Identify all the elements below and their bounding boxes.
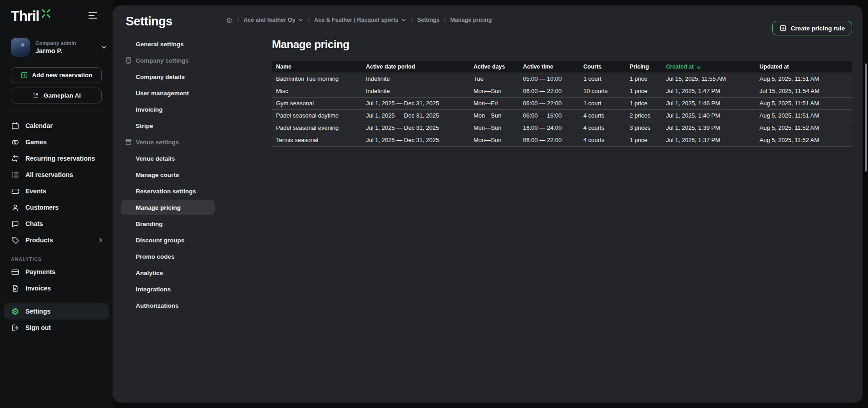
- settings-nav-item-integrations[interactable]: Integrations: [126, 281, 221, 297]
- cell-pricing: 3 prices: [626, 122, 662, 134]
- settings-nav-item-manage-courts[interactable]: Manage courts: [126, 167, 221, 183]
- settings-nav-item-label: Branding: [136, 221, 163, 227]
- sidebar-item-payments[interactable]: Payments: [0, 264, 113, 280]
- sidebar-item-recurring-reservations[interactable]: Recurring reservations: [0, 150, 113, 167]
- settings-nav-item-label: Promo codes: [136, 253, 175, 260]
- breadcrumb-company[interactable]: Ace and feather Oy: [243, 17, 303, 23]
- breadcrumb-manage-pricing[interactable]: Manage pricing: [450, 17, 492, 23]
- cell-time: 06:00 — 22:00: [519, 85, 579, 97]
- settings-nav-item-discount-groups[interactable]: Discount groups: [126, 232, 221, 248]
- settings-nav-item-label: User management: [136, 90, 189, 97]
- cell-period: Jul 1, 2025 — Dec 31, 2025: [362, 134, 469, 146]
- gameplan-ai-button[interactable]: Gameplan AI: [11, 88, 102, 103]
- cell-updated: Aug 5, 2025, 11:51 AM: [755, 97, 852, 109]
- pricing-rule-row[interactable]: Tennis seasonalJul 1, 2025 — Dec 31, 202…: [272, 134, 852, 146]
- pricing-rule-row[interactable]: Padel seasonal eveningJul 1, 2025 — Dec …: [272, 122, 852, 134]
- breadcrumb-venue[interactable]: Ace & Feather | Racquet sports: [314, 17, 407, 23]
- pricing-rule-row[interactable]: MiscIndefiniteMon—Sun06:00 — 22:0010 cou…: [272, 85, 852, 97]
- home-icon[interactable]: [226, 16, 233, 24]
- cell-period: Jul 1, 2025 — Dec 31, 2025: [362, 97, 469, 109]
- pricing-rule-row[interactable]: Gym seasonalJul 1, 2025 — Dec 31, 2025Mo…: [272, 97, 852, 109]
- settings-nav-item-venue-details[interactable]: Venue details: [126, 150, 221, 167]
- cell-courts: 1 court: [579, 73, 626, 85]
- user-role: Company admin: [35, 40, 95, 46]
- cell-name: Gym seasonal: [272, 97, 362, 109]
- pricing-table: Name Active date period Active days Acti…: [272, 61, 852, 147]
- cell-name: Misc: [272, 85, 362, 97]
- pricing-rule-row[interactable]: Badminton Tue morningIndefiniteTue05:00 …: [272, 73, 852, 85]
- ticket-icon: [11, 187, 20, 196]
- sidebar-item-all-reservations[interactable]: All reservations: [0, 167, 113, 183]
- settings-nav-item-company-details[interactable]: Company details: [126, 69, 221, 85]
- create-pricing-rule-button[interactable]: Create pricing rule: [772, 21, 852, 35]
- settings-nav-item-promo-codes[interactable]: Promo codes: [126, 248, 221, 265]
- main-panel: Settings General settingsCompany setting…: [113, 5, 863, 403]
- breadcrumb-settings[interactable]: Settings: [417, 17, 439, 23]
- settings-nav-item-label: General settings: [136, 41, 184, 48]
- col-header-created-at[interactable]: Created at: [662, 61, 755, 73]
- col-header-name[interactable]: Name: [272, 61, 362, 73]
- analytics-section-label: ANALYTICS: [0, 256, 113, 262]
- square-plus-icon: [20, 71, 28, 79]
- person-icon: [11, 203, 20, 212]
- col-header-courts[interactable]: Courts: [579, 61, 626, 73]
- sidebar-item-games[interactable]: Games: [0, 134, 113, 150]
- settings-nav-list: General settingsCompany settingsCompany …: [126, 36, 272, 314]
- sidebar-item-invoices[interactable]: Invoices: [0, 280, 113, 296]
- cell-courts: 4 courts: [579, 122, 626, 134]
- cell-updated: Aug 5, 2025, 11:51 AM: [755, 109, 852, 122]
- cell-days: Tue: [469, 73, 519, 85]
- settings-nav-item-reservation-settings[interactable]: Reservation settings: [126, 183, 221, 199]
- cell-updated: Jul 15, 2025, 11:54 AM: [755, 85, 852, 97]
- venue-icon: [124, 138, 133, 146]
- cell-courts: 1 court: [579, 97, 626, 109]
- settings-nav-item-user-management[interactable]: User management: [126, 85, 221, 101]
- settings-nav-item-label: Discount groups: [136, 237, 184, 244]
- cell-courts: 4 courts: [579, 109, 626, 122]
- settings-nav-item-company-settings: Company settings: [126, 52, 221, 69]
- settings-nav-item-branding[interactable]: Branding: [126, 216, 221, 232]
- sidebar-item-products[interactable]: Products: [0, 232, 113, 248]
- cell-created: Jul 1, 2025, 1:39 PM: [662, 122, 755, 134]
- sidebar-item-events[interactable]: Events: [0, 183, 113, 199]
- rings-icon: [11, 138, 20, 147]
- settings-nav-item-invoicing[interactable]: Invoicing: [126, 101, 221, 118]
- page-title: Manage pricing: [272, 38, 349, 51]
- cell-name: Padel seasonal evening: [272, 122, 362, 134]
- sidebar-item-settings[interactable]: ⚙ Settings: [4, 303, 109, 320]
- settings-nav-item-label: Stripe: [136, 123, 153, 129]
- col-header-pricing[interactable]: Pricing: [626, 61, 662, 73]
- sidebar-item-chats[interactable]: Chats: [0, 216, 113, 232]
- sidebar-item-customers[interactable]: Customers: [0, 199, 113, 216]
- cell-pricing: 1 price: [626, 134, 662, 146]
- settings-nav-item-general-settings[interactable]: General settings: [126, 36, 221, 52]
- cell-created: Jul 1, 2025, 1:47 PM: [662, 85, 755, 97]
- col-header-active-date-period[interactable]: Active date period: [362, 61, 469, 73]
- sidebar-item-sign-out[interactable]: Sign out: [0, 320, 113, 336]
- table-header-row: Name Active date period Active days Acti…: [272, 61, 852, 73]
- scrollbar-thumb[interactable]: [865, 64, 867, 172]
- menu-toggle-icon[interactable]: [89, 12, 97, 20]
- account-switcher[interactable]: Company admin Jarmo P.: [11, 37, 107, 57]
- settings-nav-item-authorizations[interactable]: Authorizations: [126, 297, 221, 314]
- settings-nav-item-label: Integrations: [136, 286, 171, 293]
- settings-nav-item-manage-pricing[interactable]: Manage pricing: [121, 200, 215, 215]
- chevron-down-icon: [401, 18, 406, 23]
- cell-days: Mon—Sun: [469, 109, 519, 122]
- cell-time: 05:00 — 10:00: [519, 73, 579, 85]
- col-header-active-days[interactable]: Active days: [469, 61, 519, 73]
- cell-pricing: 1 price: [626, 73, 662, 85]
- cell-period: Jul 1, 2025 — Dec 31, 2025: [362, 122, 469, 134]
- settings-nav-item-stripe[interactable]: Stripe: [126, 118, 221, 134]
- pricing-rule-row[interactable]: Padel seasonal daytimeJul 1, 2025 — Dec …: [272, 109, 852, 122]
- col-header-updated-at[interactable]: Updated at: [755, 61, 852, 73]
- add-new-reservation-button[interactable]: Add new reservation: [11, 67, 102, 83]
- pricing-table-body: Badminton Tue morningIndefiniteTue05:00 …: [272, 73, 852, 146]
- cell-created: Jul 1, 2025, 1:46 PM: [662, 97, 755, 109]
- cell-period: Indefinite: [362, 85, 469, 97]
- sidebar-item-calendar[interactable]: Calendar: [0, 118, 113, 134]
- settings-nav-item-analytics[interactable]: Analytics: [126, 265, 221, 281]
- settings-nav-item-label: Venue settings: [136, 139, 179, 146]
- col-header-active-time[interactable]: Active time: [519, 61, 579, 73]
- settings-nav-item-venue-settings: Venue settings: [126, 134, 221, 150]
